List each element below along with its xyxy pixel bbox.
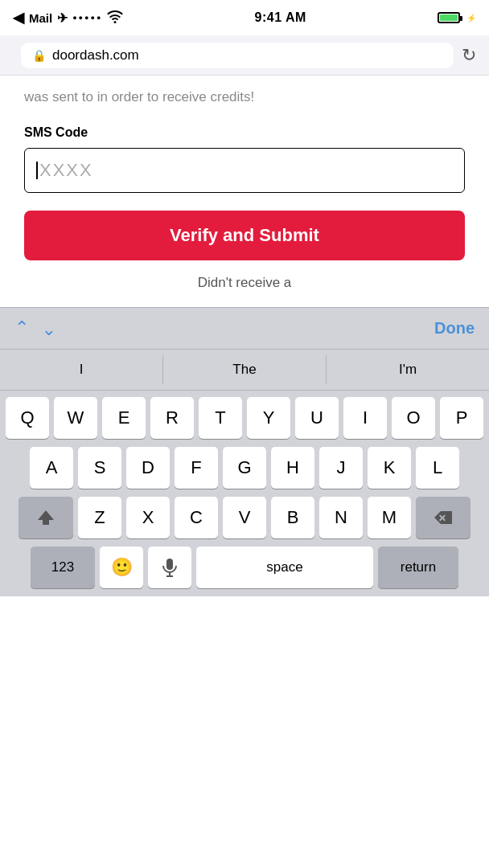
- airplane-icon: ✈: [57, 10, 68, 26]
- shift-key[interactable]: [18, 497, 73, 538]
- key-s[interactable]: S: [78, 447, 121, 489]
- key-j[interactable]: J: [319, 447, 363, 489]
- text-cursor: [36, 162, 38, 179]
- battery-icon: [438, 12, 460, 23]
- sms-placeholder: XXXX: [39, 160, 93, 181]
- keyboard-row-3: Z X C V B N M: [0, 497, 489, 538]
- partial-instructions: was sent to in order to receive credits!: [24, 87, 465, 108]
- key-h[interactable]: H: [271, 447, 314, 489]
- main-content: was sent to in order to receive credits!…: [0, 76, 489, 307]
- key-f[interactable]: F: [175, 447, 218, 489]
- key-q[interactable]: Q: [6, 397, 49, 439]
- key-a[interactable]: A: [30, 447, 73, 489]
- key-c[interactable]: C: [175, 497, 218, 538]
- return-key[interactable]: return: [378, 547, 458, 588]
- app-name: Mail: [29, 11, 52, 25]
- emoji-key[interactable]: 🙂: [100, 547, 143, 588]
- reload-icon[interactable]: ↻: [462, 45, 476, 66]
- status-left: ◀ Mail ✈ ●●●●●: [13, 9, 123, 27]
- sms-input-box[interactable]: XXXX: [24, 148, 465, 193]
- key-o[interactable]: O: [392, 397, 435, 439]
- key-t[interactable]: T: [199, 397, 242, 439]
- status-bar: ◀ Mail ✈ ●●●●● 9:41 AM ⚡: [0, 0, 489, 35]
- key-d[interactable]: D: [126, 447, 170, 489]
- key-m[interactable]: M: [368, 497, 411, 538]
- charging-bolt: ⚡: [466, 14, 476, 23]
- key-p[interactable]: P: [440, 397, 483, 439]
- done-button[interactable]: Done: [434, 319, 475, 338]
- key-b[interactable]: B: [271, 497, 314, 538]
- status-time: 9:41 AM: [255, 10, 306, 25]
- svg-marker-0: [38, 510, 54, 525]
- url-bar[interactable]: 🔒 doordash.com: [21, 43, 454, 68]
- url-text: doordash.com: [52, 47, 139, 63]
- key-v[interactable]: V: [223, 497, 266, 538]
- toolbar-nav: ⌃ ⌃: [14, 317, 56, 338]
- key-g[interactable]: G: [223, 447, 266, 489]
- key-u[interactable]: U: [295, 397, 339, 439]
- verify-submit-button[interactable]: Verify and Submit: [24, 211, 465, 260]
- lock-icon: 🔒: [32, 49, 46, 62]
- autocomplete-item-the[interactable]: The: [163, 355, 327, 384]
- key-123[interactable]: 123: [31, 547, 95, 588]
- space-key[interactable]: space: [196, 547, 373, 588]
- autocomplete-bar: I The I'm: [0, 349, 489, 391]
- mic-key[interactable]: [148, 547, 191, 588]
- key-i[interactable]: I: [343, 397, 387, 439]
- key-z[interactable]: Z: [78, 497, 121, 538]
- key-l[interactable]: L: [416, 447, 459, 489]
- keyboard-toolbar: ⌃ ⌃ Done: [0, 307, 489, 349]
- svg-rect-1: [166, 559, 173, 570]
- keyboard: Q W E R T Y U I O P A S D F G H J K L Z …: [0, 391, 489, 596]
- didnt-receive-text: Didn't receive a: [24, 275, 465, 291]
- signal-dots: ●●●●●: [72, 14, 102, 22]
- backspace-key[interactable]: [416, 497, 471, 538]
- wifi-icon: [107, 10, 123, 26]
- status-right: ⚡: [438, 12, 476, 23]
- back-arrow-icon: ◀: [13, 9, 24, 27]
- keyboard-row-1: Q W E R T Y U I O P: [0, 397, 489, 439]
- keyboard-bottom-row: 123 🙂 space return: [0, 547, 489, 588]
- key-x[interactable]: X: [126, 497, 170, 538]
- key-n[interactable]: N: [319, 497, 363, 538]
- keyboard-row-2: A S D F G H J K L: [0, 447, 489, 489]
- address-bar[interactable]: 🔒 doordash.com ↻: [0, 35, 489, 76]
- key-e[interactable]: E: [102, 397, 146, 439]
- key-w[interactable]: W: [54, 397, 97, 439]
- autocomplete-item-im[interactable]: I'm: [327, 355, 489, 384]
- key-r[interactable]: R: [150, 397, 194, 439]
- autocomplete-item-i[interactable]: I: [0, 355, 163, 384]
- nav-down-arrow[interactable]: ⌃: [42, 317, 56, 338]
- sms-code-label: SMS Code: [24, 125, 465, 140]
- nav-up-arrow[interactable]: ⌃: [14, 317, 29, 338]
- key-y[interactable]: Y: [247, 397, 290, 439]
- key-k[interactable]: K: [368, 447, 411, 489]
